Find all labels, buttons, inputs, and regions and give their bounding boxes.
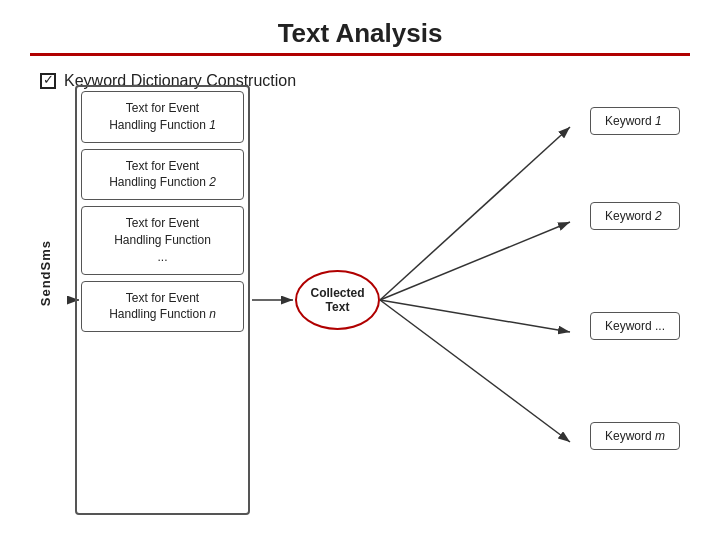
page: Text Analysis Keyword Dictionary Constru…	[0, 0, 720, 540]
left-column: Text for EventHandling Function 1 Text f…	[75, 85, 250, 515]
collected-text-oval: CollectedText	[295, 270, 380, 330]
diagram: SendSms Text for EventHandling Function …	[30, 85, 690, 530]
keyword-box-4: Keyword m	[590, 422, 680, 450]
page-title: Text Analysis	[0, 18, 720, 49]
keyword-box-3: Keyword ...	[590, 312, 680, 340]
keyword-box-1: Keyword 1	[590, 107, 680, 135]
send-sms-label: SendSms	[38, 240, 53, 306]
svg-line-4	[380, 222, 570, 300]
text-box-3: Text for EventHandling Function...	[81, 206, 244, 274]
title-underline	[30, 53, 690, 56]
text-box-2: Text for EventHandling Function 2	[81, 149, 244, 201]
text-box-4: Text for EventHandling Function n	[81, 281, 244, 333]
text-box-1: Text for EventHandling Function 1	[81, 91, 244, 143]
keyword-box-2: Keyword 2	[590, 202, 680, 230]
svg-line-5	[380, 300, 570, 332]
svg-line-3	[380, 127, 570, 300]
svg-line-6	[380, 300, 570, 442]
title-area: Text Analysis	[0, 0, 720, 62]
